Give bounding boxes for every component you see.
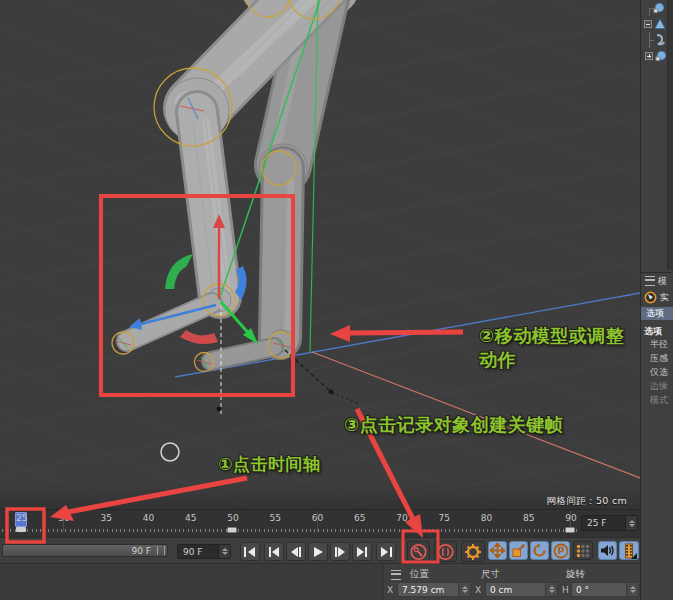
- timeline-frame-label: 40: [143, 513, 154, 523]
- rotation-axis-label: H: [562, 585, 569, 595]
- gizmo-rotate-band-red[interactable]: [180, 330, 218, 344]
- floor-contact-dot: [217, 407, 222, 412]
- tool-header-row: 实: [641, 289, 673, 306]
- coordinates-panel: 位置 尺寸 旋转 X 7.579 cm X 0 cm H 0 °: [383, 564, 640, 600]
- record-keyframe-button[interactable]: [407, 541, 430, 562]
- frame-spinner[interactable]: [625, 516, 637, 530]
- play-forward-button[interactable]: [308, 542, 328, 561]
- cinema4d-window: 网格间距 : 50 cm: [0, 0, 673, 600]
- viewport-3d[interactable]: 网格间距 : 50 cm: [0, 0, 640, 509]
- current-frame-field[interactable]: 25 F: [581, 515, 638, 531]
- timeline-key-marker[interactable]: [227, 527, 237, 533]
- joint-icon: [653, 2, 665, 14]
- go-to-previous-frame-button[interactable]: [286, 542, 306, 561]
- joint-icon: [655, 50, 667, 62]
- gizmo-rotate-band-green[interactable]: [165, 254, 193, 289]
- position-title: 位置: [410, 568, 429, 581]
- size-x-spinner[interactable]: [545, 583, 557, 596]
- timeline-frame-label: 25: [16, 513, 27, 523]
- tool-name-label: 实: [660, 291, 669, 304]
- cone-icon: [654, 18, 666, 30]
- range-end-field[interactable]: 90 F: [177, 544, 231, 559]
- live-selection-tool-icon: [644, 291, 657, 304]
- size-x-field[interactable]: 0 cm: [485, 582, 558, 597]
- bottom-status-bar: 位置 尺寸 旋转 X 7.579 cm X 0 cm H 0 °: [0, 563, 640, 600]
- range-spinner[interactable]: [218, 545, 230, 558]
- option-mode[interactable]: 模式: [641, 393, 673, 407]
- timeline-scrollbar[interactable]: 90 F: [2, 544, 168, 557]
- timeline-frame-label: 65: [354, 513, 365, 523]
- position-x-spinner[interactable]: [458, 583, 470, 596]
- floor-contact-dot-2: [329, 390, 334, 395]
- mode-menu-label[interactable]: 模: [658, 275, 667, 288]
- rotation-title: 旋转: [566, 568, 585, 581]
- menu-icon[interactable]: [645, 276, 655, 286]
- position-x-field[interactable]: 7.579 cm: [397, 582, 471, 597]
- character-legs-model[interactable]: [127, 0, 358, 361]
- go-to-end-button[interactable]: [376, 542, 396, 561]
- go-to-next-frame-button[interactable]: [330, 542, 350, 561]
- timeline-frame-label: 85: [523, 513, 534, 523]
- timeline-frame-label: 75: [439, 513, 450, 523]
- option-pressure[interactable]: 压感: [641, 351, 673, 365]
- scrollbar-grip[interactable]: [157, 546, 165, 555]
- record-rotation-button[interactable]: [530, 541, 549, 560]
- position-axis-label: X: [387, 585, 393, 595]
- attribute-manager: 模 实 选项 选项 半径 压感 仅选 边缘 模式: [641, 273, 673, 407]
- autokeying-button[interactable]: [434, 541, 457, 562]
- timeline-frame-label: 45: [185, 513, 196, 523]
- keyframe-presets-button[interactable]: [619, 541, 639, 560]
- right-panel-column: 模 实 选项 选项 半径 压感 仅选 边缘 模式: [640, 0, 673, 600]
- go-to-previous-key-button[interactable]: [264, 542, 284, 561]
- timeline-frame-label: 35: [101, 513, 112, 523]
- option-visible-only[interactable]: 仅选: [641, 365, 673, 379]
- record-position-button[interactable]: [488, 541, 507, 560]
- sound-button[interactable]: [598, 541, 617, 560]
- point-level-animation-button[interactable]: [573, 541, 593, 560]
- keyframe-selection-button[interactable]: [461, 541, 485, 562]
- rotation-h-spinner[interactable]: [626, 583, 638, 596]
- go-to-start-button[interactable]: [240, 542, 260, 561]
- timeline-frame-label: 50: [227, 513, 238, 523]
- attribute-menu-row[interactable]: 模: [641, 273, 673, 289]
- record-parameter-button[interactable]: P: [551, 541, 570, 560]
- target-line-dotted: [333, 393, 357, 403]
- ik-tag-icon: [654, 34, 666, 46]
- timeline-playhead-handle[interactable]: [16, 527, 26, 532]
- timeline-frame-label: 90: [565, 513, 576, 523]
- timeline-frame-label: 30: [58, 513, 69, 523]
- timeline-frame-label: 60: [312, 513, 323, 523]
- object-manager[interactable]: [641, 0, 673, 273]
- rotation-h-field[interactable]: 0 °: [571, 582, 639, 597]
- timeline-ruler[interactable]: 25 F 2530354045505560657075808590: [0, 509, 640, 537]
- transport-toolbar: 90 F 90 F: [0, 537, 640, 563]
- go-to-next-key-button[interactable]: [352, 542, 372, 561]
- grid-spacing-label: 网格间距 : 50 cm: [547, 495, 627, 508]
- viewport-scene: [0, 0, 640, 509]
- record-scale-button[interactable]: [509, 541, 528, 560]
- size-axis-label: X: [475, 585, 481, 595]
- size-title: 尺寸: [481, 568, 500, 581]
- timeline-frame-label: 80: [481, 513, 492, 523]
- timeline-minor-ticks: [2, 529, 580, 532]
- timeline-key-marker[interactable]: [565, 527, 575, 533]
- timeline-frame-label: 70: [396, 513, 407, 523]
- range-end-label: 90 F: [132, 546, 156, 556]
- coordinates-menu-icon[interactable]: [391, 570, 401, 580]
- option-radius[interactable]: 半径: [641, 337, 673, 351]
- option-edge[interactable]: 边缘: [641, 379, 673, 393]
- svg-text:P: P: [557, 545, 564, 556]
- options-section-title: 选项: [641, 325, 673, 337]
- timeline-frame-label: 55: [270, 513, 281, 523]
- object-manager-scrollbar[interactable]: [667, 0, 673, 270]
- expand-icon[interactable]: [645, 52, 653, 60]
- tab-options[interactable]: 选项: [641, 307, 673, 320]
- selection-brush-cursor: [161, 443, 179, 461]
- collapse-icon[interactable]: [644, 20, 652, 28]
